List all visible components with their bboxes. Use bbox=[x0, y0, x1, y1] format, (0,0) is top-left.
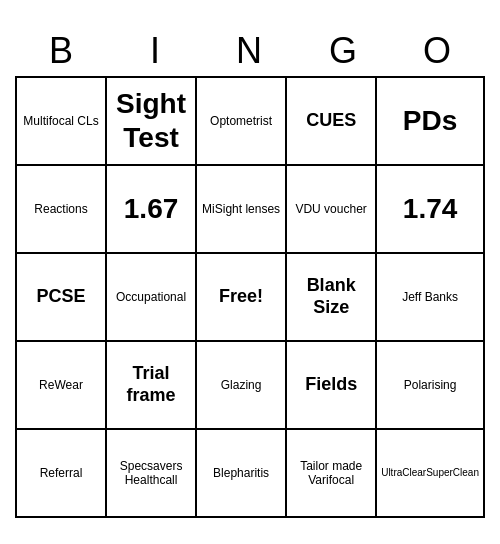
cell-text-18: Fields bbox=[305, 374, 357, 396]
header-letter-O: O bbox=[391, 26, 485, 76]
bingo-cell-15: ReWear bbox=[17, 342, 107, 430]
bingo-cell-0: Multifocal CLs bbox=[17, 78, 107, 166]
cell-text-11: Occupational bbox=[116, 290, 186, 304]
bingo-cell-19: Polarising bbox=[377, 342, 485, 430]
bingo-cell-21: Specsavers Healthcall bbox=[107, 430, 197, 518]
bingo-card: BINGO Multifocal CLsSight TestOptometris… bbox=[15, 26, 485, 518]
bingo-cell-10: PCSE bbox=[17, 254, 107, 342]
bingo-cell-2: Optometrist bbox=[197, 78, 287, 166]
bingo-cell-1: Sight Test bbox=[107, 78, 197, 166]
bingo-cell-14: Jeff Banks bbox=[377, 254, 485, 342]
cell-text-24: UltraClearSuperClean bbox=[381, 467, 479, 479]
cell-text-16: Trial frame bbox=[111, 363, 191, 406]
bingo-cell-18: Fields bbox=[287, 342, 377, 430]
bingo-cell-17: Glazing bbox=[197, 342, 287, 430]
bingo-grid: Multifocal CLsSight TestOptometristCUESP… bbox=[15, 76, 485, 518]
cell-text-7: MiSight lenses bbox=[202, 202, 280, 216]
cell-text-2: Optometrist bbox=[210, 114, 272, 128]
bingo-cell-11: Occupational bbox=[107, 254, 197, 342]
header-letter-G: G bbox=[297, 26, 391, 76]
cell-text-4: PDs bbox=[403, 104, 457, 138]
cell-text-12: Free! bbox=[219, 286, 263, 308]
bingo-cell-9: 1.74 bbox=[377, 166, 485, 254]
cell-text-10: PCSE bbox=[37, 286, 86, 308]
bingo-cell-24: UltraClearSuperClean bbox=[377, 430, 485, 518]
cell-text-20: Referral bbox=[40, 466, 83, 480]
cell-text-15: ReWear bbox=[39, 378, 83, 392]
bingo-cell-12: Free! bbox=[197, 254, 287, 342]
cell-text-17: Glazing bbox=[221, 378, 262, 392]
cell-text-14: Jeff Banks bbox=[402, 290, 458, 304]
cell-text-22: Blepharitis bbox=[213, 466, 269, 480]
cell-text-13: Blank Size bbox=[291, 275, 371, 318]
bingo-cell-5: Reactions bbox=[17, 166, 107, 254]
cell-text-1: Sight Test bbox=[111, 87, 191, 154]
bingo-cell-13: Blank Size bbox=[287, 254, 377, 342]
cell-text-21: Specsavers Healthcall bbox=[111, 459, 191, 488]
cell-text-9: 1.74 bbox=[403, 192, 458, 226]
bingo-cell-3: CUES bbox=[287, 78, 377, 166]
bingo-cell-8: VDU voucher bbox=[287, 166, 377, 254]
bingo-cell-16: Trial frame bbox=[107, 342, 197, 430]
header-letter-B: B bbox=[15, 26, 109, 76]
header-letter-N: N bbox=[203, 26, 297, 76]
cell-text-19: Polarising bbox=[404, 378, 457, 392]
bingo-cell-6: 1.67 bbox=[107, 166, 197, 254]
bingo-cell-22: Blepharitis bbox=[197, 430, 287, 518]
cell-text-3: CUES bbox=[306, 110, 356, 132]
cell-text-0: Multifocal CLs bbox=[23, 114, 98, 128]
header-letter-I: I bbox=[109, 26, 203, 76]
cell-text-6: 1.67 bbox=[124, 192, 179, 226]
cell-text-8: VDU voucher bbox=[295, 202, 366, 216]
bingo-cell-20: Referral bbox=[17, 430, 107, 518]
bingo-header: BINGO bbox=[15, 26, 485, 76]
bingo-cell-23: Tailor made Varifocal bbox=[287, 430, 377, 518]
cell-text-23: Tailor made Varifocal bbox=[291, 459, 371, 488]
cell-text-5: Reactions bbox=[34, 202, 87, 216]
bingo-cell-4: PDs bbox=[377, 78, 485, 166]
bingo-cell-7: MiSight lenses bbox=[197, 166, 287, 254]
